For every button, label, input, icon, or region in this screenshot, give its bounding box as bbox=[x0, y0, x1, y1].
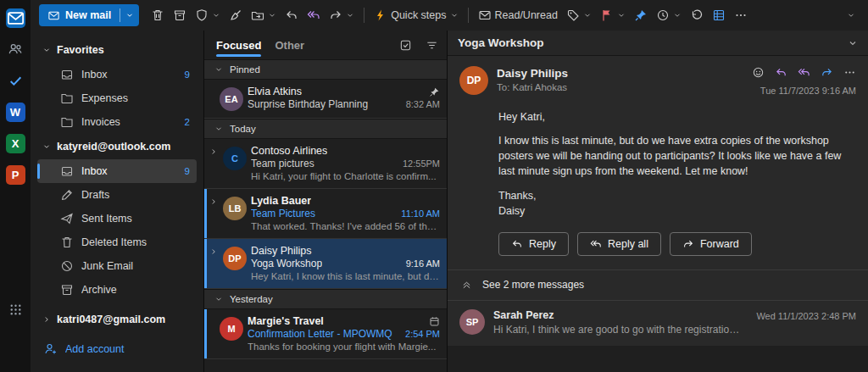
add-account-button[interactable]: Add account bbox=[37, 337, 197, 361]
inbox-icon bbox=[60, 68, 74, 81]
table-icon bbox=[712, 8, 726, 22]
forward-button[interactable] bbox=[821, 66, 833, 79]
account-email: katyreid@outlook.com bbox=[57, 141, 170, 153]
add-reaction-button[interactable] bbox=[752, 66, 765, 79]
undo-button[interactable] bbox=[687, 4, 707, 26]
send-icon bbox=[60, 212, 74, 225]
favorite-inbox[interactable]: Inbox 9 bbox=[37, 63, 197, 86]
expand-conversation-chevron[interactable] bbox=[208, 245, 219, 281]
chevron-down-icon bbox=[214, 295, 223, 303]
reply-button[interactable] bbox=[281, 4, 302, 26]
favorite-expenses[interactable]: Expenses bbox=[37, 86, 197, 110]
rail-excel-button[interactable]: X bbox=[4, 132, 26, 154]
message-preview: Hi Katri, I think we are good to go with… bbox=[493, 324, 739, 336]
expand-conversation-chevron[interactable] bbox=[208, 195, 219, 231]
collapse-conversation-chevron[interactable] bbox=[848, 38, 858, 48]
filter-button[interactable] bbox=[426, 39, 438, 52]
favorite-invoices[interactable]: Invoices 2 bbox=[37, 110, 197, 134]
reply-action-button[interactable]: Reply bbox=[498, 232, 569, 256]
reply-all-icon bbox=[798, 66, 810, 79]
unread-count: 9 bbox=[185, 166, 190, 176]
collapsed-message-sarah-perez[interactable]: SP Sarah Perez Hi Katri, I think we are … bbox=[448, 300, 868, 346]
message-subject: Team pictures bbox=[251, 158, 314, 169]
rail-people-button[interactable] bbox=[4, 38, 26, 60]
folder-sent-items[interactable]: Sent Items bbox=[37, 207, 197, 230]
reading-pane: Yoga Workshop DP Daisy Philips To: Katri… bbox=[448, 31, 868, 372]
reply-all-button[interactable] bbox=[798, 66, 810, 79]
message-row-elvia-atkins[interactable]: EA Elvia Atkins Surprise Birthday Planni… bbox=[204, 80, 447, 119]
folder-drafts[interactable]: Drafts bbox=[37, 183, 197, 207]
reply-icon bbox=[775, 66, 787, 79]
folder-deleted-items[interactable]: Deleted Items bbox=[37, 230, 197, 254]
reply-all-action-button[interactable]: Reply all bbox=[577, 232, 661, 256]
folder-junk-email[interactable]: Junk Email bbox=[37, 254, 197, 278]
calendar-icon bbox=[429, 316, 440, 327]
chevron-right-icon bbox=[42, 315, 51, 324]
favorites-section-header[interactable]: Favorites bbox=[37, 37, 197, 63]
flag-button[interactable] bbox=[597, 4, 629, 26]
categorize-button[interactable] bbox=[563, 4, 595, 26]
people-icon bbox=[8, 42, 23, 57]
read-unread-button[interactable]: Read/Unread bbox=[475, 4, 561, 26]
outlook-window: W X P New mail bbox=[0, 0, 868, 372]
message-preview: Thanks for booking your flight with Marg… bbox=[248, 341, 440, 352]
message-row-contoso-airlines[interactable]: C Contoso Airlines Team pictures 12:55PM… bbox=[204, 139, 447, 189]
see-more-messages-button[interactable]: See 2 more messages bbox=[448, 269, 868, 300]
folder-label: Deleted Items bbox=[81, 236, 190, 248]
quick-steps-button[interactable]: Quick steps bbox=[370, 4, 461, 26]
folder-archive[interactable]: Archive bbox=[37, 278, 197, 302]
account-outlook-header[interactable]: katyreid@outlook.com bbox=[37, 134, 197, 159]
app-rail: W X P bbox=[0, 0, 31, 372]
expand-conversation-chevron[interactable] bbox=[208, 145, 219, 181]
delete-button[interactable] bbox=[147, 4, 168, 26]
rail-todo-button[interactable] bbox=[4, 69, 26, 92]
reply-button[interactable] bbox=[775, 66, 787, 79]
message-row-lydia-bauer[interactable]: LB Lydia Bauer Team Pictures 11:10 AM Th… bbox=[204, 189, 447, 239]
toolbar-collapse-button[interactable] bbox=[841, 4, 861, 26]
main-column: New mail bbox=[31, 0, 868, 372]
report-button[interactable] bbox=[192, 4, 224, 26]
chevron-down-icon bbox=[346, 11, 354, 19]
more-options-button[interactable] bbox=[731, 4, 751, 26]
rail-more-apps-button[interactable] bbox=[4, 298, 26, 320]
rail-word-button[interactable]: W bbox=[4, 101, 26, 123]
message-row-daisy-philips[interactable]: DP Daisy Philips Yoga Workshop 9:16 AM H… bbox=[204, 239, 447, 289]
reply-all-icon bbox=[590, 238, 602, 250]
block-icon bbox=[60, 259, 74, 273]
tables-button[interactable] bbox=[709, 4, 729, 26]
pin-icon bbox=[634, 8, 648, 22]
message-more-options-button[interactable] bbox=[843, 66, 856, 79]
message-list-pane: Focused Other Pinned EA Elvia Atkins bbox=[203, 31, 448, 372]
message-preview: Hey Katri, I know this is last minute, b… bbox=[251, 271, 440, 281]
folder-label: Invoices bbox=[81, 116, 177, 128]
broom-icon bbox=[229, 8, 242, 22]
reply-all-button[interactable] bbox=[303, 4, 324, 26]
new-mail-split-button[interactable]: New mail bbox=[39, 4, 139, 26]
chevron-down-icon bbox=[617, 11, 626, 19]
chevron-down-icon bbox=[268, 11, 276, 19]
account-gmail-header[interactable]: katri0487@gmail.com bbox=[37, 307, 197, 332]
forward-button[interactable] bbox=[326, 4, 358, 26]
avatar: M bbox=[220, 317, 243, 341]
message-row-margies-travel[interactable]: M Margie's Travel Confirmation Letter - … bbox=[204, 309, 447, 359]
clock-icon bbox=[656, 8, 670, 22]
new-mail-button[interactable]: New mail bbox=[39, 9, 120, 22]
archive-button[interactable] bbox=[170, 4, 190, 26]
section-pinned[interactable]: Pinned bbox=[204, 59, 447, 80]
select-messages-button[interactable] bbox=[399, 39, 412, 52]
tab-focused[interactable]: Focused bbox=[216, 31, 261, 59]
sweep-button[interactable] bbox=[225, 4, 246, 26]
tab-other[interactable]: Other bbox=[275, 31, 304, 59]
ellipsis-icon bbox=[843, 66, 856, 79]
rail-powerpoint-button[interactable]: P bbox=[4, 164, 26, 186]
section-today[interactable]: Today bbox=[204, 119, 447, 139]
pin-button[interactable] bbox=[631, 4, 651, 26]
new-mail-dropdown[interactable] bbox=[120, 11, 139, 19]
snooze-button[interactable] bbox=[653, 4, 685, 26]
folder-inbox[interactable]: Inbox 9 bbox=[37, 159, 197, 183]
forward-action-button[interactable]: Forward bbox=[670, 232, 752, 256]
section-yesterday[interactable]: Yesterday bbox=[204, 289, 447, 309]
folder-label: Junk Email bbox=[81, 260, 190, 272]
rail-mail-button[interactable] bbox=[4, 7, 26, 29]
move-to-button[interactable] bbox=[248, 4, 280, 26]
